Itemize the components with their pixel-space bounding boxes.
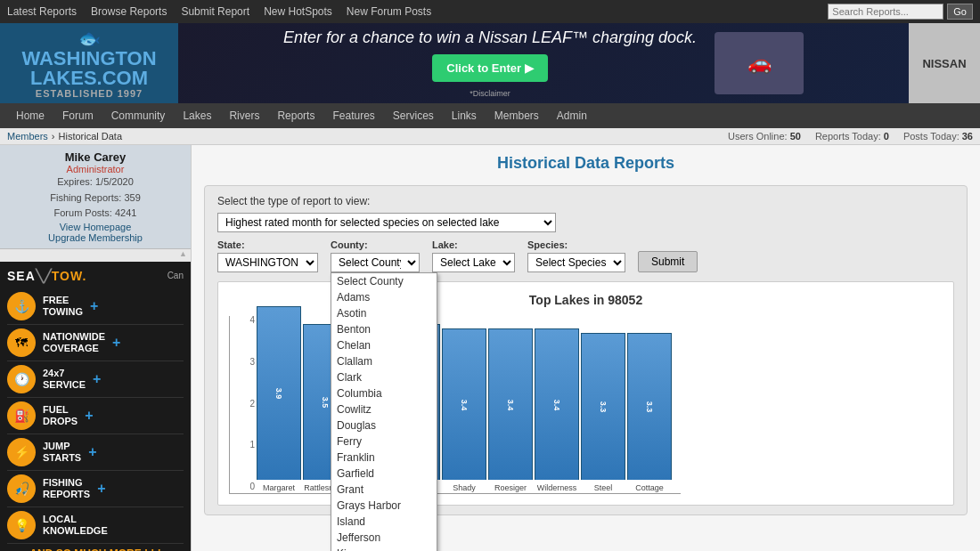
nav-members[interactable]: Members <box>486 104 548 127</box>
site-logo: 🐟 WASHINGTON LAKES.COM ESTABLISHED 1997 <box>0 23 178 103</box>
county-option[interactable]: Benton <box>331 321 437 337</box>
state-select[interactable]: WASHINGTON <box>217 253 318 272</box>
chart-bar: 3.4 <box>488 328 533 480</box>
county-option[interactable]: Cowlitz <box>331 401 437 417</box>
ad-indicator: ▲ <box>0 249 191 258</box>
users-online: Users Online: 50 <box>728 131 801 142</box>
county-option[interactable]: Chelan <box>331 337 437 353</box>
seatow-item: ⚓ FREETOWING + <box>7 288 184 325</box>
y-axis-label: 3 <box>230 358 255 367</box>
nav-features[interactable]: Features <box>323 104 383 127</box>
seatow-item: 💡 LOCALKNOWLEDGE <box>7 507 184 544</box>
bar-group: 3.4Wilderness <box>535 327 579 493</box>
nav-latest-reports[interactable]: Latest Reports <box>7 5 77 18</box>
species-label: Species: <box>527 239 625 250</box>
view-homepage-link[interactable]: View Homepage <box>9 222 182 232</box>
filter-row: State: WASHINGTON County: Select County <box>217 239 954 272</box>
county-option[interactable]: Ferry <box>331 434 437 450</box>
seatow-item-label: FREETOWING <box>43 295 83 318</box>
bar-x-label: Steel <box>594 483 613 493</box>
county-option[interactable]: Garfield <box>331 466 437 482</box>
select-type-label: Select the type of report to view: <box>217 195 954 207</box>
site-stats: Users Online: 50 Reports Today: 0 Posts … <box>728 131 973 142</box>
county-option[interactable]: Clark <box>331 369 437 385</box>
main-content: Historical Data Reports Select the type … <box>192 145 980 551</box>
nav-admin[interactable]: Admin <box>548 104 596 127</box>
breadcrumb-current: Historical Data <box>59 131 123 142</box>
county-option[interactable]: Douglas <box>331 417 437 434</box>
logo-established: ESTABLISHED 1997 <box>36 88 143 99</box>
bar-value-label: 3.3 <box>645 401 654 413</box>
logo-name: WASHINGTON <box>21 49 156 69</box>
seatow-item: 🕐 24x7SERVICE + <box>7 361 184 398</box>
nav-browse-reports[interactable]: Browse Reports <box>91 5 167 18</box>
nav-community[interactable]: Community <box>102 104 175 127</box>
car-image: 🚗 <box>715 32 804 94</box>
report-type-select[interactable]: Highest rated month for selected species… <box>217 213 556 232</box>
nav-services[interactable]: Services <box>384 104 443 127</box>
nav-forum[interactable]: Forum <box>53 104 102 127</box>
fishing-reports-count: Fishing Reports: 359 <box>9 190 182 207</box>
nav-home[interactable]: Home <box>7 104 53 127</box>
county-option[interactable]: Select County <box>331 273 437 289</box>
state-dropdown-wrapper: WASHINGTON <box>217 253 318 272</box>
user-role: Administrator <box>9 164 182 174</box>
posts-today: Posts Today: 36 <box>903 131 973 142</box>
search-input[interactable] <box>828 4 943 20</box>
seatow-item: ⛽ FUELDROPS + <box>7 398 184 434</box>
plus-icon: + <box>85 408 93 424</box>
breadcrumb-separator: › <box>52 131 55 142</box>
breadcrumb-members[interactable]: Members <box>7 131 48 142</box>
seatow-header: SEA╲╱TOW. Can <box>7 269 184 283</box>
county-dropdown-list[interactable]: Select CountyAdamsAsotinBentonChelanClal… <box>331 272 437 551</box>
y-axis: 01234 <box>230 316 255 493</box>
chart-container: Top Lakes in 98052 01234 3.9Margaret3.5R… <box>217 281 954 506</box>
seatow-advertisement[interactable]: SEA╲╱TOW. Can ⚓ FREETOWING + 🗺 NATIONWID… <box>0 262 191 551</box>
nav-links[interactable]: Links <box>443 104 486 127</box>
top-nav: Latest Reports Browse Reports Submit Rep… <box>0 0 980 23</box>
chart-bar: 3.3 <box>581 333 625 480</box>
species-select[interactable]: Select Species <box>527 253 625 272</box>
county-select[interactable]: Select County <box>331 253 420 272</box>
county-option[interactable]: Grant <box>331 482 437 498</box>
seatow-item-label: FISHINGREPORTS <box>43 477 90 500</box>
seatow-tagline: Can <box>167 271 184 280</box>
bar-value-label: 3.4 <box>552 399 561 410</box>
username: Mike Carey <box>9 150 182 164</box>
county-option[interactable]: Island <box>331 514 437 530</box>
seatow-item-icon: 💡 <box>7 511 36 539</box>
bar-value-label: 3.4 <box>460 399 469 410</box>
banner: 🐟 WASHINGTON LAKES.COM ESTABLISHED 1997 … <box>0 23 980 103</box>
bar-group: 3.3Steel <box>581 331 625 493</box>
county-group: County: Select County Select CountyAdams… <box>331 239 420 272</box>
submit-button[interactable]: Submit <box>638 251 698 272</box>
seatow-item-icon: ⚓ <box>7 292 36 320</box>
county-option[interactable]: Asotin <box>331 305 437 321</box>
upgrade-membership-link[interactable]: Upgrade Membership <box>9 232 182 243</box>
breadcrumb: Members › Historical Data <box>7 131 122 142</box>
county-option[interactable]: Grays Harbor <box>331 498 437 514</box>
nav-rivers[interactable]: Rivers <box>220 104 268 127</box>
county-option[interactable]: Franklin <box>331 450 437 466</box>
county-option[interactable]: King <box>331 546 437 551</box>
page-title: Historical Data Reports <box>204 154 968 173</box>
county-option[interactable]: Adams <box>331 289 437 305</box>
plus-icon: + <box>93 371 101 387</box>
county-option[interactable]: Clallam <box>331 353 437 369</box>
county-option[interactable]: Jefferson <box>331 530 437 546</box>
search-go-button[interactable]: Go <box>947 4 973 20</box>
nav-new-forum-posts[interactable]: New Forum Posts <box>347 5 431 18</box>
ad-cta-button[interactable]: Click to Enter ▶ <box>432 54 547 82</box>
lake-label: Lake: <box>432 239 515 250</box>
nav-submit-report[interactable]: Submit Report <box>181 5 249 18</box>
county-option[interactable]: Columbia <box>331 385 437 401</box>
nav-reports[interactable]: Reports <box>268 104 323 127</box>
county-label: County: <box>331 239 420 250</box>
bar-group: 3.4Shady <box>442 327 486 493</box>
nav-lakes[interactable]: Lakes <box>174 104 220 127</box>
seatow-more-text: AND SO MUCH MORE ! ! ! <box>7 544 184 551</box>
bar-x-label: Shady <box>453 483 476 493</box>
banner-ad[interactable]: Enter for a chance to win a Nissan LEAF™… <box>178 23 909 103</box>
lake-select[interactable]: Select Lake <box>432 253 515 272</box>
nav-new-hotspots[interactable]: New HotSpots <box>264 5 332 18</box>
